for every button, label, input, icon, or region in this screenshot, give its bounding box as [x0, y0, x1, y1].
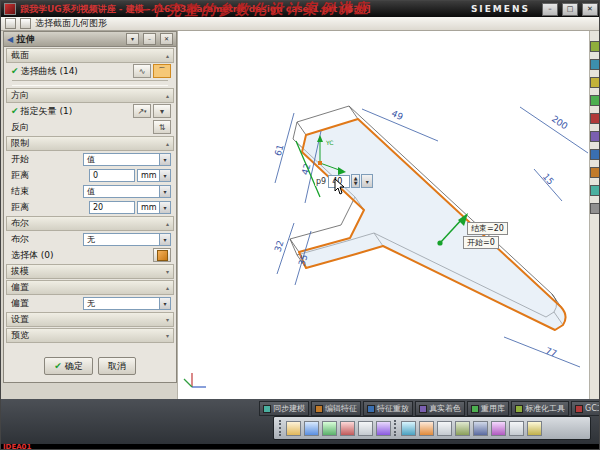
toolbar-icon[interactable]: [527, 421, 542, 436]
group-header-preview[interactable]: 预览 ▾: [6, 328, 174, 343]
specify-vector-row[interactable]: ✔ 指定矢量 (1) ↗▾ ▾: [4, 103, 176, 119]
tab-icon: [315, 405, 323, 413]
cancel-button[interactable]: 取消: [98, 357, 136, 375]
dialog-title-bar[interactable]: ◀ 拉伸 ▾ – ✕: [4, 32, 176, 47]
start-type-dropdown[interactable]: 值 ▾: [83, 153, 171, 166]
offset-dropdown[interactable]: 无 ▾: [83, 297, 171, 310]
tab-synchronous-modeling[interactable]: 同步建模: [259, 401, 309, 416]
chevron-up-icon: ▴: [166, 52, 169, 59]
toolbar-icon[interactable]: [509, 421, 524, 436]
chevron-down-icon: ▾: [166, 316, 169, 323]
offset-row: 偏置 无 ▾: [4, 295, 176, 311]
vector-dialog-icon[interactable]: ▾: [153, 104, 171, 118]
start-distance-row: 距离 0 mm ▾: [4, 167, 176, 183]
tab-standardization-tools[interactable]: 标准化工具: [511, 401, 569, 416]
toolbar-icon[interactable]: [455, 421, 470, 436]
start-row: 开始 值 ▾: [4, 151, 176, 167]
group-header-draft[interactable]: 拔模 ▾: [6, 264, 174, 279]
toolbar-grip[interactable]: [394, 420, 398, 436]
maximize-button[interactable]: □: [562, 3, 578, 16]
dynamic-dimension-input[interactable]: p9 40 ▲ ▼ ▾: [315, 174, 373, 188]
dimension-value-input[interactable]: 40: [328, 175, 350, 188]
toolbar-icon[interactable]: [376, 421, 391, 436]
right-dock-icon[interactable]: [590, 59, 600, 70]
boolean-row: 布尔 无 ▾: [4, 231, 176, 247]
tab-gc-toolbox[interactable]: GC工具箱: [571, 401, 599, 416]
group-header-boolean[interactable]: 布尔 ▴: [6, 216, 174, 231]
toolbar-icon[interactable]: [473, 421, 488, 436]
value-options-icon[interactable]: ▾: [361, 174, 373, 188]
right-dock-icon[interactable]: [590, 113, 600, 124]
tab-feature-replay[interactable]: 特征重放: [363, 401, 413, 416]
minimize-button[interactable]: –: [542, 3, 558, 16]
group-header-direction[interactable]: 方向 ▴: [6, 88, 174, 103]
group-header-limits[interactable]: 限制 ▴: [6, 136, 174, 151]
boolean-label: 布尔: [11, 233, 29, 246]
right-dock-icon[interactable]: [590, 167, 600, 178]
group-header-section[interactable]: 截面 ▴: [6, 48, 174, 63]
stop-at-intersection-icon[interactable]: ⌒: [153, 64, 171, 78]
check-icon: ✔: [11, 106, 19, 116]
ok-button[interactable]: ✔ 确定: [44, 357, 93, 375]
right-dock-icon[interactable]: [590, 149, 600, 160]
chevron-down-icon: ▾: [159, 234, 170, 245]
dialog-collapse-button[interactable]: –: [143, 33, 156, 45]
select-body-row[interactable]: 选择体 (0): [4, 247, 176, 263]
right-dock-icon[interactable]: [590, 131, 600, 142]
footer-label: IDEA01: [1, 444, 31, 450]
cue-text: 选择截面几何图形: [35, 17, 107, 30]
chevron-up-icon: ▴: [166, 140, 169, 147]
right-dock-icon[interactable]: [590, 77, 600, 88]
select-curve-label: 选择曲线 (14): [21, 65, 78, 78]
right-dock-icon[interactable]: [590, 185, 600, 196]
toolbar-icon[interactable]: [491, 421, 506, 436]
boolean-dropdown[interactable]: 无 ▾: [83, 233, 171, 246]
right-dock-icon[interactable]: [590, 95, 600, 106]
end-distance-input[interactable]: 20: [89, 201, 135, 214]
start-label: 开始: [11, 153, 29, 166]
dialog-close-button[interactable]: ✕: [160, 33, 173, 45]
toolbar-icon[interactable]: [419, 421, 434, 436]
toolbar-grip[interactable]: [279, 420, 283, 436]
chevron-up-icon: ▴: [166, 284, 169, 291]
right-dock-icon[interactable]: [590, 203, 600, 214]
toolbar-icon[interactable]: [437, 421, 452, 436]
group-header-offset[interactable]: 偏置 ▴: [6, 280, 174, 295]
dimension-label: 49: [390, 108, 405, 122]
dialog-options-icon[interactable]: ▾: [126, 33, 139, 45]
tab-true-shading[interactable]: 真实着色: [415, 401, 465, 416]
selection-filter-icon[interactable]: [5, 18, 16, 29]
graphics-window[interactable]: 61 42 49 200 15 32 35 77: [177, 31, 589, 399]
toolbar-icon[interactable]: [358, 421, 373, 436]
tab-reuse-library[interactable]: 重用库: [467, 401, 509, 416]
toolbar-icon[interactable]: [286, 421, 301, 436]
snap-point-icon[interactable]: [20, 18, 31, 29]
toolbar-icon[interactable]: [322, 421, 337, 436]
dimension-label: 32: [273, 239, 286, 253]
end-type-dropdown[interactable]: 值 ▾: [83, 185, 171, 198]
dialog-title: 拉伸: [16, 33, 34, 46]
close-button[interactable]: ✕: [582, 3, 598, 16]
select-curve-row[interactable]: ✔ 选择曲线 (14) ∿ ⌒: [4, 63, 176, 79]
check-icon: ✔: [11, 66, 19, 76]
right-dock-icon[interactable]: [590, 41, 600, 52]
siemens-logo: SIEMENS: [471, 4, 530, 14]
end-unit-dropdown[interactable]: mm ▾: [137, 201, 171, 214]
dialog-back-icon[interactable]: ◀: [7, 35, 13, 44]
toolbar-icon[interactable]: [340, 421, 355, 436]
vector-type-icon[interactable]: ↗▾: [133, 104, 151, 118]
tab-edit-feature[interactable]: 编辑特征: [311, 401, 361, 416]
solid-body-icon: [157, 250, 168, 261]
group-header-settings[interactable]: 设置 ▾: [6, 312, 174, 327]
start-unit-dropdown[interactable]: mm ▾: [137, 169, 171, 182]
reverse-direction-icon[interactable]: ⇅: [153, 120, 171, 134]
selected-section-profile[interactable]: [299, 119, 566, 330]
tab-icon: [471, 405, 479, 413]
toolbar-icon[interactable]: [304, 421, 319, 436]
toolbar-icon[interactable]: [401, 421, 416, 436]
select-body-icon[interactable]: [153, 248, 171, 262]
chevron-down-icon: ▾: [166, 332, 169, 339]
start-distance-input[interactable]: 0: [89, 169, 135, 182]
curve-rule-icon[interactable]: ∿: [133, 64, 151, 78]
value-spinner[interactable]: ▲ ▼: [351, 174, 360, 188]
